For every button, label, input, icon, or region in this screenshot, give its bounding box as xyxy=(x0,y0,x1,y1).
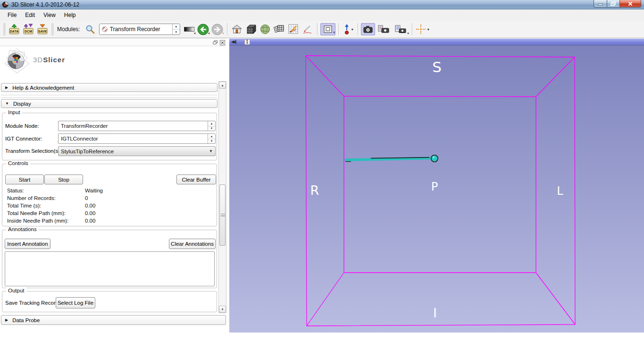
toolbar-grip[interactable] xyxy=(51,23,53,35)
insert-annotation-button[interactable]: Insert Annotation xyxy=(5,239,50,249)
module-selector-value: Transform Recorder xyxy=(108,26,172,33)
save-button[interactable]: SAVE xyxy=(36,23,49,36)
toolbar-separator xyxy=(358,23,358,35)
igt-connector-spinner[interactable]: ▲ ▼ xyxy=(208,134,215,143)
transforms-module-button[interactable] xyxy=(273,23,286,36)
data-probe-section[interactable]: ▶ Data Probe xyxy=(1,315,226,325)
scrollbar-thumb[interactable] xyxy=(219,184,226,246)
scroll-up-button[interactable]: ▲ xyxy=(219,82,226,89)
annotate-module-button[interactable] xyxy=(301,23,314,36)
toolbar-grip[interactable] xyxy=(3,23,5,35)
load-dicom-button[interactable]: DCM xyxy=(22,23,35,36)
transform-selection-value: StylusTipToReference xyxy=(59,149,207,154)
viewport-header-bar[interactable]: 1 xyxy=(229,39,644,45)
pen-icon xyxy=(302,24,313,35)
module-node-combo[interactable]: TransformRecorder ▲ ▼ xyxy=(58,121,216,131)
slicer-logo: 3DSlicer xyxy=(3,48,65,74)
annotations-group-title: Annotations xyxy=(6,226,39,232)
forward-arrow-icon xyxy=(211,23,224,36)
module-selector-spinner[interactable]: ▲ ▼ xyxy=(172,24,180,34)
menu-file[interactable]: File xyxy=(3,10,21,20)
back-arrow-icon xyxy=(197,23,209,36)
module-forward-button[interactable]: ▾ xyxy=(211,23,224,36)
model-module-button[interactable] xyxy=(259,23,272,36)
data-probe-label: Data Probe xyxy=(12,317,40,323)
crosshair-button[interactable]: ▾ xyxy=(415,23,429,36)
scene-view-capture-button[interactable] xyxy=(376,23,391,36)
stop-button[interactable]: Stop xyxy=(44,175,83,184)
panel-float-button[interactable] xyxy=(212,40,218,45)
clear-annotations-button[interactable]: Clear Annotations xyxy=(169,239,216,249)
scroll-down-button[interactable]: ▼ xyxy=(219,306,226,313)
records-value: 0 xyxy=(85,195,88,201)
spin-up-icon: ▲ xyxy=(208,134,215,139)
select-log-file-button[interactable]: Select Log File xyxy=(56,297,95,308)
inside-needle-path-label: Inside Needle Path (mm): xyxy=(7,218,68,224)
load-dicom-icon: DCM xyxy=(22,23,34,35)
records-row: Number of Records: 0 xyxy=(7,195,215,203)
menu-help[interactable]: Help xyxy=(60,10,80,20)
cube-icon xyxy=(245,24,257,35)
help-acknowledgement-section[interactable]: ▶ Help & Acknowledgement xyxy=(1,83,217,92)
home-module-button[interactable] xyxy=(230,23,243,36)
display-section-label: Display xyxy=(13,101,31,107)
module-node-label: Module Node: xyxy=(5,123,39,129)
dropdown-arrow-icon: ▾ xyxy=(427,27,429,32)
help-section-label: Help & Acknowledgement xyxy=(12,85,74,91)
orientation-label-right: R xyxy=(310,183,319,198)
screenshot-button[interactable] xyxy=(361,23,375,35)
layout-selector-button[interactable]: ▾ xyxy=(320,23,335,35)
menu-bar: File Edit View Help xyxy=(0,9,644,21)
maximize-button[interactable] xyxy=(607,0,620,8)
panel-close-button[interactable] xyxy=(219,40,225,45)
layout-icon xyxy=(323,25,333,33)
editor-module-button[interactable] xyxy=(287,23,300,36)
bounding-box-wireframe xyxy=(306,56,575,326)
stylus-needle-model xyxy=(345,155,438,162)
viewport-tab[interactable]: 1 xyxy=(244,39,250,45)
close-icon xyxy=(628,1,633,6)
module-node-spinner[interactable]: ▲ ▼ xyxy=(208,121,215,131)
start-button[interactable]: Start xyxy=(5,175,44,184)
module-back-button[interactable]: ▾ xyxy=(197,23,210,36)
dropdown-arrow-icon: ▾ xyxy=(351,27,353,32)
title-bar: 3D Slicer 4.1.0-2012-06-12 xyxy=(0,0,644,9)
menu-edit[interactable]: Edit xyxy=(21,10,39,20)
minimize-button[interactable] xyxy=(594,0,607,8)
scroll-up-icon: ▲ xyxy=(221,84,224,87)
output-group: Output Save Tracking Record Select Log F… xyxy=(2,291,217,312)
close-button[interactable] xyxy=(620,0,641,8)
orientation-labels: S R P L I xyxy=(310,58,564,320)
menu-view[interactable]: View xyxy=(39,10,60,20)
module-icon xyxy=(101,26,108,33)
igt-connector-combo[interactable]: IGTLConnector ▲ ▼ xyxy=(58,133,216,144)
scene-view-restore-button[interactable]: ▾ xyxy=(392,23,409,36)
main-toolbar: DATA DCM SAVE Modules: xyxy=(0,21,644,38)
transform-selection-dropdown[interactable]: StylusTipToReference ▼ xyxy=(58,146,216,156)
collapsed-arrow-icon: ▶ xyxy=(5,85,8,90)
igt-connector-value: IGTLConnector xyxy=(59,136,208,141)
threed-view[interactable]: S R P L I xyxy=(229,45,644,333)
display-section[interactable]: ▼ Display xyxy=(1,99,217,108)
module-selector-combo[interactable]: Transform Recorder ▲ ▼ xyxy=(99,24,180,35)
slicer-logo-icon xyxy=(3,48,31,74)
total-time-label: Total Time (s): xyxy=(7,203,41,208)
grid-stack-icon xyxy=(274,24,285,35)
collapsed-arrow-icon: ▶ xyxy=(5,318,8,322)
window-title: 3D Slicer 4.1.0-2012-06-12 xyxy=(11,1,79,8)
camera-icon xyxy=(363,25,373,33)
records-label: Number of Records: xyxy=(7,195,56,201)
clear-buffer-button[interactable]: Clear Buffer xyxy=(176,175,216,184)
panel-separator xyxy=(1,95,217,98)
mouse-mode-button[interactable]: ▾ xyxy=(342,23,355,36)
expanded-arrow-icon: ▼ xyxy=(5,101,9,106)
dropdown-arrow-icon: ▾ xyxy=(194,32,196,35)
annotations-textarea[interactable] xyxy=(5,251,215,286)
status-value: Waiting xyxy=(85,188,103,193)
load-data-button[interactable]: DATA xyxy=(8,23,21,36)
toolbar-separator xyxy=(317,23,318,35)
module-search-button[interactable] xyxy=(84,23,97,36)
panel-scrollbar[interactable]: ▲ ▼ xyxy=(218,81,226,313)
volume-module-button[interactable] xyxy=(244,23,258,36)
module-history-button[interactable]: ▾ xyxy=(183,23,196,36)
